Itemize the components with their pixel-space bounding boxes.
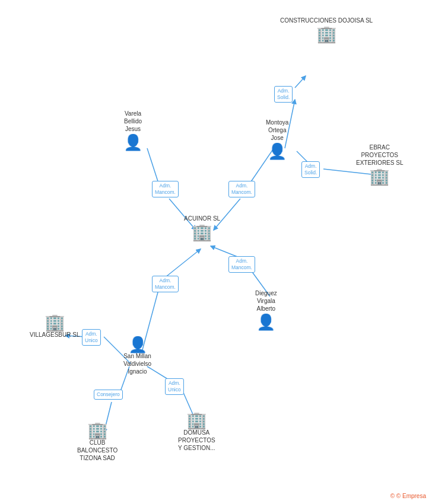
watermark-symbol: © <box>390 493 395 499</box>
varela-person-icon: 👤 <box>123 135 142 150</box>
badge-adm-mancom-varela: Adm.Mancom. <box>152 181 179 197</box>
club-label: CLUBBALONCESTOTIZONA SAD <box>77 439 117 462</box>
connection-lines <box>0 0 432 504</box>
badge-adm-unico-villagesbur: Adm.Unico <box>82 329 101 346</box>
ebrac-building-icon: 🏢 <box>369 168 390 185</box>
sanmillan-node: 👤 San MillanValdivielsoIgnacio <box>123 337 151 377</box>
club-building-icon: 🏢 <box>87 422 108 439</box>
acuinor-label: ACUINOR SL <box>184 215 220 222</box>
badge-adm-mancom-sanmillan: Adm.Mancom. <box>152 276 179 292</box>
construcciones-label: CONSTRUCCIONES DOJOISA SL <box>280 17 373 24</box>
watermark: © © Empresa <box>390 493 426 499</box>
domusa-label: DOMUSAPROYECTOSY GESTION... <box>178 429 215 452</box>
montoya-person-icon: 👤 <box>268 143 287 159</box>
montoya-node: MontoyaOrtegaJose 👤 <box>266 119 288 159</box>
svg-line-11 <box>165 249 201 277</box>
ebrac-node: EBRACPROYECTOSEXTERIORES SL 🏢 <box>356 143 403 185</box>
badge-adm-mancom-dieguez: Adm.Mancom. <box>228 256 255 273</box>
villagesbur-building-icon: 🏢 <box>45 314 65 331</box>
acuinor-building-icon: 🏢 <box>192 224 212 241</box>
construcciones-node: CONSTRUCCIONES DOJOISA SL 🏢 <box>280 17 373 43</box>
acuinor-node: ACUINOR SL 🏢 <box>184 215 220 241</box>
dieguez-node: DieguezVirgalaAlberto 👤 <box>255 289 277 330</box>
dieguez-label: DieguezVirgalaAlberto <box>255 289 277 312</box>
badge-consejero: Consejero <box>94 390 123 400</box>
sanmillan-person-icon: 👤 <box>128 337 147 352</box>
varela-node: VarelaBellidoJesus 👤 <box>123 110 142 150</box>
badge-adm-solid-right: Adm.Solid. <box>301 161 320 178</box>
varela-label: VarelaBellidoJesus <box>124 110 142 133</box>
sanmillan-label: San MillanValdivielsoIgnacio <box>123 352 151 375</box>
club-node: 🏢 CLUBBALONCESTOTIZONA SAD <box>77 422 117 464</box>
villagesbur-label: VILLAGESBUR SL <box>30 331 80 339</box>
ebrac-label: EBRACPROYECTOSEXTERIORES SL <box>356 143 403 167</box>
badge-adm-solid-top: Adm.Solid. <box>274 86 293 103</box>
svg-line-1 <box>295 76 306 88</box>
domusa-building-icon: 🏢 <box>186 412 207 429</box>
villagesbur-node: 🏢 VILLAGESBUR SL <box>30 314 80 340</box>
domusa-node: 🏢 DOMUSAPROYECTOSY GESTION... <box>178 412 215 454</box>
badge-adm-mancom-montoya: Adm.Mancom. <box>228 181 255 197</box>
dieguez-person-icon: 👤 <box>256 314 275 330</box>
watermark-text: © Empresa <box>396 493 426 499</box>
badge-adm-unico-domusa: Adm.Unico <box>165 378 184 395</box>
diagram: CONSTRUCCIONES DOJOISA SL 🏢 EBRACPROYECT… <box>0 0 432 504</box>
montoya-label: MontoyaOrtegaJose <box>266 119 288 142</box>
construcciones-building-icon: 🏢 <box>316 26 337 43</box>
